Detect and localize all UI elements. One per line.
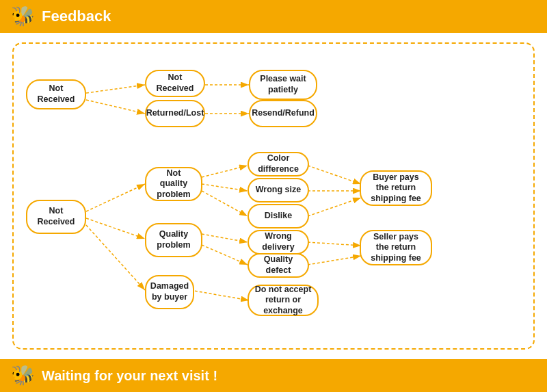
svg-line-17 xyxy=(308,256,361,265)
main-content: Not Received Not Received Returned/Lost … xyxy=(0,33,547,359)
box-please-wait: Please wait patietly xyxy=(249,70,317,100)
bee-icon-header: 🐝 xyxy=(11,7,35,26)
svg-line-9 xyxy=(202,184,248,191)
box-seller-pays: Seller pays the return shipping fee xyxy=(360,230,432,265)
box-wrong-size: Wrong size xyxy=(248,178,309,202)
box-returned-lost: Returned/Lost xyxy=(145,100,205,127)
box-resend-refund: Resend/Refund xyxy=(249,100,317,127)
bee-icon-footer: 🐝 xyxy=(11,366,35,385)
footer-title: Waiting for your next visit ! xyxy=(42,368,217,384)
svg-line-12 xyxy=(202,245,248,265)
box-not-quality-problem: Not quality problem xyxy=(145,167,202,201)
header-title: Feedback xyxy=(42,8,111,25)
box-color-difference: Color difference xyxy=(248,152,309,177)
box-not-received-top-left: Not Received xyxy=(26,79,86,109)
svg-line-7 xyxy=(86,225,145,290)
box-not-received-top-right: Not Received xyxy=(145,70,205,97)
footer: 🐝 Waiting for your next visit ! xyxy=(0,359,547,392)
svg-line-13 xyxy=(308,166,361,184)
box-buyer-pays: Buyer pays the return shipping fee xyxy=(360,170,432,206)
header: 🐝 Feedback xyxy=(0,0,547,33)
svg-line-8 xyxy=(202,166,248,177)
diagram-container: Not Received Not Received Returned/Lost … xyxy=(12,42,535,350)
box-wrong-delivery: Wrong delivery xyxy=(248,230,309,254)
box-not-received-bottom-left: Not Received xyxy=(26,200,86,234)
svg-line-5 xyxy=(86,184,145,211)
box-dislike: Dislike xyxy=(248,204,309,228)
svg-line-1 xyxy=(86,85,145,93)
svg-line-16 xyxy=(308,242,361,246)
svg-line-18 xyxy=(190,290,249,300)
svg-line-10 xyxy=(202,191,248,216)
box-damaged-by-buyer: Damaged by buyer xyxy=(145,275,194,309)
box-quality-defect: Quality defect xyxy=(248,253,309,278)
box-no-return: Do not accept return or exchange xyxy=(248,285,319,316)
svg-line-15 xyxy=(308,198,361,216)
svg-line-2 xyxy=(86,100,145,114)
svg-line-6 xyxy=(86,218,145,239)
box-quality-problem: Quality problem xyxy=(145,223,202,257)
svg-line-11 xyxy=(202,234,248,242)
